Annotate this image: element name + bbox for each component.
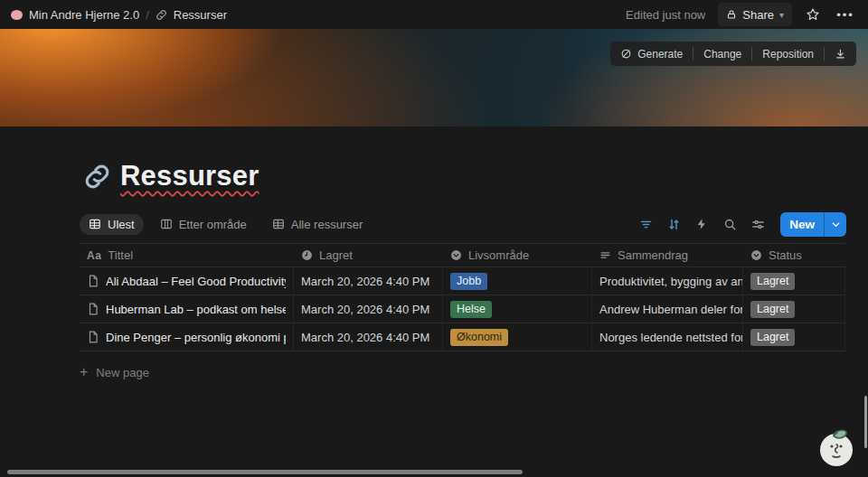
database-table: Aa Tittel Lagret Livsområde: [80, 243, 845, 351]
page-file-icon: [87, 331, 99, 343]
cell-livsomrade[interactable]: Økonomi: [443, 323, 592, 351]
status-tag[interactable]: Lagret: [750, 301, 795, 318]
cell-sammendrag[interactable]: Norges ledende nettsted for pe: [592, 323, 743, 351]
table-row: Ali Abdaal – Feel Good Productivity (You…: [80, 267, 845, 295]
column-header-tittel[interactable]: Aa Tittel: [80, 244, 294, 267]
cell-livsomrade[interactable]: Jobb: [443, 267, 592, 295]
table-row: Huberman Lab – podkast om helse og vi Ma…: [80, 295, 845, 323]
cell-status[interactable]: Lagret: [743, 323, 845, 351]
ellipsis-icon: •••: [836, 8, 854, 22]
table-view-icon: [89, 218, 101, 230]
cover-change-button[interactable]: Change: [693, 42, 751, 66]
clock-icon: [301, 249, 313, 261]
summary-text: Norges ledende nettsted for pe: [599, 331, 743, 344]
column-header-lagret[interactable]: Lagret: [294, 244, 443, 267]
new-button-label: New: [780, 218, 824, 231]
row-title-text: Dine Penger – personlig økonomi på nor: [106, 331, 286, 344]
table-row: Dine Penger – personlig økonomi på nor M…: [80, 323, 845, 351]
assistant-avatar-button[interactable]: [816, 426, 857, 468]
share-label: Share: [742, 8, 774, 22]
automations-button[interactable]: [691, 213, 712, 235]
cover-generate-button[interactable]: Generate: [610, 42, 693, 66]
download-icon: [835, 48, 846, 60]
lock-icon: [726, 9, 737, 20]
area-tag[interactable]: Helse: [450, 301, 492, 318]
row-title-text: Ali Abdaal – Feel Good Productivity (You: [106, 275, 286, 288]
page-content: Ressurser Ulest Etter område Alle ressur…: [0, 126, 868, 477]
column-label: Livsområde: [468, 248, 529, 262]
database-toolbar: New: [635, 212, 846, 237]
column-label: Lagret: [319, 248, 353, 262]
view-tab-alle-ressurser[interactable]: Alle ressurser: [263, 214, 372, 235]
share-button[interactable]: Share ▾: [718, 3, 792, 26]
more-options-button[interactable]: •••: [834, 3, 857, 26]
cover-change-label: Change: [703, 48, 741, 61]
view-tab-ulest[interactable]: Ulest: [80, 214, 144, 235]
saved-date-text: March 20, 2026 4:40 PM: [301, 303, 429, 316]
select-type-icon: [750, 249, 762, 261]
cell-saved-date[interactable]: March 20, 2026 4:40 PM: [294, 295, 443, 323]
filter-icon: [639, 218, 653, 231]
plus-icon: +: [80, 364, 88, 380]
search-icon: [723, 218, 737, 231]
cell-livsomrade[interactable]: Helse: [443, 295, 592, 323]
cell-sammendrag[interactable]: Andrew Huberman deler forskn: [592, 295, 743, 323]
table-view-icon: [272, 218, 285, 230]
cell-saved-date[interactable]: March 20, 2026 4:40 PM: [294, 267, 443, 295]
vertical-scrollbar[interactable]: [864, 396, 867, 448]
column-label: Status: [769, 248, 802, 262]
breadcrumb: Min Andre Hjerne 2.0 / Ressurser: [11, 8, 227, 22]
new-dropdown-button[interactable]: [825, 212, 846, 237]
workspace-emoji-icon: [11, 10, 23, 20]
plant-face-icon: [816, 426, 857, 468]
star-icon: [806, 7, 820, 22]
cell-saved-date[interactable]: March 20, 2026 4:40 PM: [294, 323, 443, 351]
notion-window: Min Andre Hjerne 2.0 / Ressurser Edited …: [0, 0, 868, 477]
status-tag[interactable]: Lagret: [750, 273, 795, 290]
horizontal-scrollbar[interactable]: [7, 470, 523, 474]
cover-reposition-button[interactable]: Reposition: [752, 42, 824, 66]
column-label: Tittel: [108, 248, 133, 262]
view-tab-etter-omrade[interactable]: Etter område: [151, 214, 256, 235]
page-cover-image[interactable]: Generate Change Reposition: [0, 29, 868, 126]
cell-status[interactable]: Lagret: [743, 295, 845, 323]
link-icon: [156, 9, 167, 21]
sort-button[interactable]: [663, 213, 684, 235]
column-header-livsomrade[interactable]: Livsområde: [443, 244, 592, 267]
view-options-button[interactable]: [747, 213, 769, 235]
cell-title[interactable]: Ali Abdaal – Feel Good Productivity (You: [80, 267, 294, 295]
page-link-icon[interactable]: [83, 163, 111, 191]
page-title-row: Ressurser: [83, 160, 868, 192]
column-label: Sammendrag: [618, 248, 688, 262]
chevron-down-icon: ▾: [779, 10, 784, 20]
status-tag[interactable]: Lagret: [750, 329, 795, 346]
cell-title[interactable]: Huberman Lab – podkast om helse og vi: [80, 295, 294, 323]
search-button[interactable]: [719, 213, 741, 235]
select-type-icon: [450, 249, 462, 261]
area-tag[interactable]: Jobb: [450, 273, 487, 290]
filter-button[interactable]: [635, 213, 656, 235]
column-header-sammendrag[interactable]: Sammendrag: [592, 244, 743, 267]
new-button[interactable]: New: [780, 212, 846, 237]
breadcrumb-page[interactable]: Ressurser: [174, 8, 227, 22]
saved-date-text: March 20, 2026 4:40 PM: [301, 331, 429, 344]
favorite-star-button[interactable]: [801, 3, 825, 26]
cover-actions-bar: Generate Change Reposition: [610, 42, 856, 66]
column-header-status[interactable]: Status: [743, 244, 845, 267]
cover-generate-label: Generate: [637, 48, 683, 61]
area-tag[interactable]: Økonomi: [450, 329, 508, 346]
cell-title[interactable]: Dine Penger – personlig økonomi på nor: [80, 323, 294, 351]
summary-text: Produktivitet, bygging av andre: [599, 275, 743, 288]
top-bar: Min Andre Hjerne 2.0 / Ressurser Edited …: [0, 0, 868, 29]
chevron-down-icon: [831, 220, 841, 229]
breadcrumb-workspace[interactable]: Min Andre Hjerne 2.0: [29, 8, 139, 22]
cell-status[interactable]: Lagret: [743, 267, 845, 295]
cover-download-button[interactable]: [825, 42, 856, 66]
text-lines-icon: [599, 249, 611, 261]
board-view-icon: [160, 218, 173, 230]
page-title[interactable]: Ressurser: [120, 160, 259, 192]
cover-reposition-label: Reposition: [762, 48, 814, 61]
new-page-button[interactable]: + New page: [80, 361, 868, 383]
sliders-icon: [751, 218, 765, 231]
cell-sammendrag[interactable]: Produktivitet, bygging av andre: [592, 267, 743, 295]
